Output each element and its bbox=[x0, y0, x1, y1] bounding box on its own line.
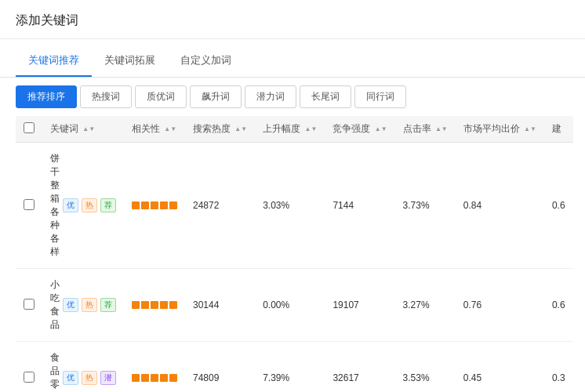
subtab-order[interactable]: 推荐排序 bbox=[16, 85, 77, 108]
col-checkbox bbox=[16, 116, 42, 143]
avg-price-value: 0.84 bbox=[456, 143, 544, 269]
tag-qian: 潜 bbox=[100, 371, 116, 385]
keyword-text: 食品零食 bbox=[50, 351, 60, 392]
sort-rise-icon[interactable]: ▲▼ bbox=[305, 126, 318, 132]
sort-heatvolume-icon[interactable]: ▲▼ bbox=[234, 126, 247, 132]
search-volume: 24872 bbox=[185, 143, 255, 269]
tag-re: 热 bbox=[82, 298, 97, 312]
sub-tabs: 推荐排序 热搜词 质优词 飙升词 潜力词 长尾词 同行词 bbox=[0, 78, 585, 116]
col-rise: 上升幅度 ▲▼ bbox=[255, 116, 325, 143]
col-sugprice: 建 bbox=[544, 116, 573, 143]
competition-value: 19107 bbox=[325, 269, 394, 342]
heat-dot bbox=[141, 301, 149, 309]
table-body: 饼干整箱各种各样优热荐248723.03%71443.73%0.840.6小吃食… bbox=[16, 143, 573, 393]
sort-keyword-icon[interactable]: ▲▼ bbox=[82, 126, 95, 132]
heat-dot bbox=[160, 201, 168, 209]
col-avgprice: 市场平均出价 ▲▼ bbox=[456, 116, 544, 143]
tag-re: 热 bbox=[82, 198, 97, 212]
heat-dot bbox=[160, 374, 168, 382]
rise-percent: 3.03% bbox=[255, 143, 325, 269]
tag-you: 优 bbox=[63, 198, 78, 212]
tag-re: 热 bbox=[82, 371, 97, 385]
search-volume: 74809 bbox=[185, 342, 255, 393]
tag-tui: 荐 bbox=[100, 298, 116, 312]
table-header-row: 关键词 ▲▼ 相关性 ▲▼ 搜索热度 ▲▼ 上升幅度 ▲▼ bbox=[16, 116, 573, 143]
subtab-quality[interactable]: 质优词 bbox=[135, 85, 187, 108]
page-title: 添加关键词 bbox=[16, 13, 78, 27]
relevance-heat-bar bbox=[132, 301, 177, 309]
heat-dot bbox=[169, 301, 177, 309]
keyword-table: 关键词 ▲▼ 相关性 ▲▼ 搜索热度 ▲▼ 上升幅度 ▲▼ bbox=[16, 116, 573, 392]
sort-relevance-icon[interactable]: ▲▼ bbox=[164, 126, 176, 132]
competition-value: 32617 bbox=[325, 342, 394, 393]
relevance-heat-bar bbox=[132, 374, 177, 382]
search-volume: 30144 bbox=[185, 269, 255, 342]
tag-tui: 荐 bbox=[100, 198, 116, 212]
subtab-potential[interactable]: 潜力词 bbox=[245, 85, 296, 108]
heat-dot bbox=[169, 201, 177, 209]
page-container: 添加关键词 关键词推荐 关键词拓展 自定义加词 推荐排序 热搜词 质优词 飙升词… bbox=[0, 0, 585, 392]
keyword-text: 饼干整箱各种各样 bbox=[50, 152, 60, 259]
suggested-price-value: 0.3 bbox=[544, 342, 573, 393]
sort-avgprice-icon[interactable]: ▲▼ bbox=[524, 126, 536, 132]
ctr-value: 3.27% bbox=[395, 269, 456, 342]
keyword-text: 小吃食品 bbox=[50, 278, 60, 332]
heat-dot bbox=[151, 301, 158, 309]
col-keyword: 关键词 ▲▼ bbox=[42, 116, 124, 143]
heat-dot bbox=[169, 374, 177, 382]
avg-price-value: 0.76 bbox=[456, 269, 544, 342]
relevance-heat-bar bbox=[132, 201, 177, 209]
tab-expand[interactable]: 关键词拓展 bbox=[92, 45, 168, 77]
rise-percent: 7.39% bbox=[255, 342, 325, 393]
row-checkbox-0[interactable] bbox=[24, 199, 35, 210]
select-all-checkbox[interactable] bbox=[24, 122, 35, 133]
heat-dot bbox=[132, 301, 140, 309]
heat-dot bbox=[132, 201, 140, 209]
heat-dot bbox=[151, 374, 158, 382]
sort-ctr-icon[interactable]: ▲▼ bbox=[435, 126, 448, 132]
subtab-hot[interactable]: 热搜词 bbox=[80, 85, 132, 108]
ctr-value: 3.53% bbox=[395, 342, 456, 393]
ctr-value: 3.73% bbox=[395, 143, 456, 269]
competition-value: 7144 bbox=[325, 143, 394, 269]
row-checkbox-1[interactable] bbox=[24, 299, 35, 310]
rise-percent: 0.00% bbox=[255, 269, 325, 342]
keyword-cell: 食品零食优热潜 bbox=[50, 351, 116, 392]
page-header: 添加关键词 bbox=[0, 0, 585, 39]
heat-dot bbox=[141, 201, 149, 209]
tab-custom[interactable]: 自定义加词 bbox=[168, 45, 244, 77]
subtab-longtail[interactable]: 长尾词 bbox=[300, 85, 351, 108]
table-row: 饼干整箱各种各样优热荐248723.03%71443.73%0.840.6 bbox=[16, 143, 573, 269]
col-relevance: 相关性 ▲▼ bbox=[124, 116, 185, 143]
heat-dot bbox=[132, 374, 140, 382]
row-checkbox-2[interactable] bbox=[24, 372, 35, 383]
table-row: 小吃食品优热荐301440.00%191073.27%0.760.6 bbox=[16, 269, 573, 342]
heat-dot bbox=[160, 301, 168, 309]
subtab-rising[interactable]: 飙升词 bbox=[190, 85, 242, 108]
avg-price-value: 0.45 bbox=[456, 342, 544, 393]
subtab-peer[interactable]: 同行词 bbox=[354, 85, 406, 108]
tab-recommend[interactable]: 关键词推荐 bbox=[16, 45, 92, 77]
tag-you: 优 bbox=[63, 298, 78, 312]
heat-dot bbox=[151, 201, 158, 209]
tag-you: 优 bbox=[63, 371, 78, 385]
sort-competition-icon[interactable]: ▲▼ bbox=[375, 126, 387, 132]
keyword-cell: 饼干整箱各种各样优热荐 bbox=[50, 152, 116, 259]
keyword-cell: 小吃食品优热荐 bbox=[50, 278, 116, 332]
keyword-table-container: 关键词 ▲▼ 相关性 ▲▼ 搜索热度 ▲▼ 上升幅度 ▲▼ bbox=[0, 116, 585, 392]
heat-dot bbox=[141, 374, 149, 382]
col-ctr: 点击率 ▲▼ bbox=[395, 116, 456, 143]
col-heatvolume: 搜索热度 ▲▼ bbox=[185, 116, 255, 143]
main-tabs: 关键词推荐 关键词拓展 自定义加词 bbox=[0, 45, 585, 78]
col-competition: 竞争强度 ▲▼ bbox=[325, 116, 394, 143]
table-row: 食品零食优热潜748097.39%326173.53%0.450.3 bbox=[16, 342, 573, 393]
suggested-price-value: 0.6 bbox=[544, 143, 573, 269]
suggested-price-value: 0.6 bbox=[544, 269, 573, 342]
